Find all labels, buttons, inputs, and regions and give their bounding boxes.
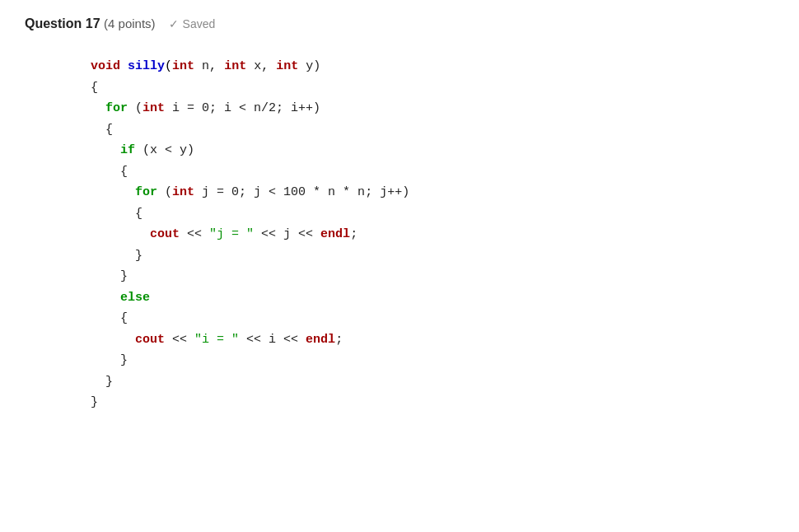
code-line-6: { [91, 161, 774, 183]
question-header: Question 17 (4 points) ✓ Saved [25, 16, 774, 31]
code-line-3: for (int i = 0; i < n/2; i++) [91, 98, 774, 119]
code-line-5: if (x < y) [91, 140, 774, 161]
code-line-4: { [91, 119, 774, 141]
code-block: void silly(int n, int x, int y) { for (i… [91, 56, 774, 413]
code-line-1: void silly(int n, int x, int y) [91, 56, 774, 77]
code-line-7: for (int j = 0; j < 100 * n * n; j++) [91, 182, 774, 203]
question-points-label: (4 points) [104, 16, 156, 30]
code-line-13: { [91, 308, 774, 329]
code-line-8: { [91, 203, 774, 225]
code-line-16: } [91, 371, 774, 393]
code-line-10: } [91, 245, 774, 267]
code-line-11: } [91, 266, 774, 287]
question-title: Question 17 (4 points) [25, 16, 156, 31]
question-number-label: Question 17 [25, 16, 100, 30]
code-line-2: { [91, 77, 774, 99]
saved-label: Saved [183, 17, 216, 30]
code-line-15: } [91, 350, 774, 371]
check-icon: ✓ [169, 17, 179, 30]
saved-indicator: ✓ Saved [169, 17, 216, 30]
code-line-12: else [91, 287, 774, 309]
code-line-9: cout << "j = " << j << endl; [91, 224, 774, 245]
code-line-17: } [91, 392, 774, 413]
code-line-14: cout << "i = " << i << endl; [91, 329, 774, 351]
